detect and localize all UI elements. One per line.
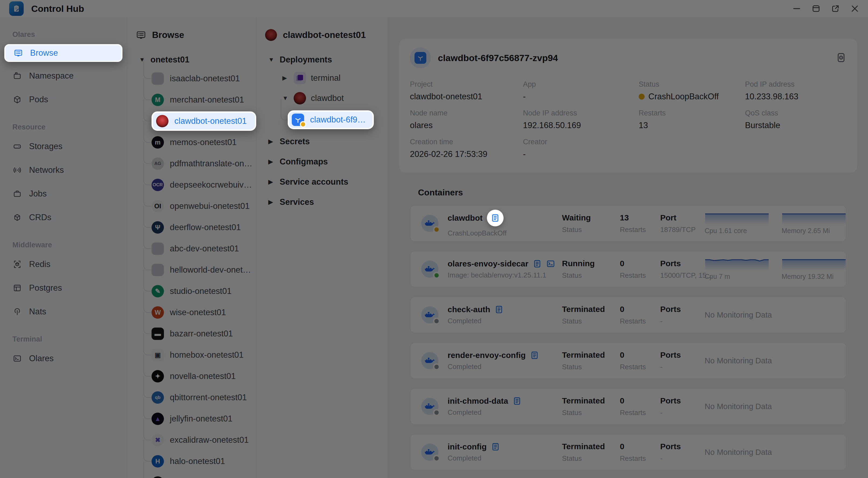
logs-icon[interactable] — [491, 442, 500, 451]
container-row-clawdbot[interactable]: clawdbotCrashLoopBackOffWaitingStatus13R… — [410, 205, 846, 242]
jobs-icon — [12, 189, 22, 199]
app-tree-item-pdfmathtranslate-on-[interactable]: AGpdfmathtranslate-on… — [134, 153, 249, 174]
sidebar-item-namespace[interactable]: Namespace — [4, 64, 122, 88]
app-tree-item-studio-onetest01[interactable]: ✎studio-onetest01 — [134, 281, 249, 302]
tree-node-service-accounts[interactable]: ▶Service accounts — [263, 172, 381, 192]
maximize-icon[interactable] — [810, 3, 822, 14]
tree-node-configmaps[interactable]: ▶Configmaps — [263, 152, 381, 172]
cpu-sparkline: Cpu 7 m — [705, 258, 769, 281]
sidebar-item-jobs[interactable]: Jobs — [4, 182, 122, 205]
container-row-init-config[interactable]: init-configCompletedTerminatedStatus0Res… — [410, 434, 846, 471]
app-icon: ✎ — [152, 285, 164, 297]
app-icon: ✦ — [152, 370, 164, 382]
logs-icon[interactable] — [491, 214, 500, 223]
container-identity: clawdbotCrashLoopBackOff — [447, 210, 562, 237]
container-row-init-chmod-data[interactable]: init-chmod-dataCompletedTerminatedStatus… — [410, 388, 846, 425]
app-label: deerflow-onetest01 — [170, 223, 241, 232]
app-tree-item-halo-onetest01[interactable]: Hhalo-onetest01 — [134, 451, 249, 472]
docker-icon — [421, 444, 438, 461]
app-tree-item-bazarr-onetest01[interactable]: ▬bazarr-onetest01 — [134, 323, 249, 344]
app-tree-item-helloworld-dev-onet-[interactable]: helloworld-dev-onet… — [134, 259, 249, 281]
pod-name: clawdbot-6f97c56877-zvp94 — [438, 53, 558, 63]
storages-icon — [12, 141, 22, 151]
container-ports: Ports15000/TCP, 15... — [660, 259, 705, 280]
container-name: init-chmod-data — [447, 396, 508, 406]
postgres-icon — [12, 283, 22, 293]
app-icon: M — [152, 94, 164, 106]
sidebar-item-crds[interactable]: CRDs — [4, 205, 122, 229]
close-icon[interactable] — [849, 3, 861, 14]
selected-pod-pill[interactable]: clawdbot-6f97c56… — [288, 110, 374, 129]
app-tree-item-excalidraw-onetest01[interactable]: ✖excalidraw-onetest01 — [134, 429, 249, 451]
chevron-down-icon: ▼ — [268, 56, 275, 63]
container-restarts: 0Restarts — [620, 396, 660, 417]
container-status: RunningStatus — [562, 259, 620, 280]
app-tree-item-novella-onetest01[interactable]: ✦novella-onetest01 — [134, 365, 249, 387]
sidebar-item-label: Nats — [29, 307, 46, 317]
sidebar-item-redis[interactable]: Redis — [4, 252, 122, 276]
sidebar-item-browse[interactable]: Browse — [4, 44, 122, 62]
pod-detail-card: clawdbot-6f97c56877-zvp94 Projectclawdbo… — [399, 39, 857, 172]
app-tree-item-deepseekocrwebuiv-[interactable]: OCRdeepseekocrwebuiv… — [134, 174, 249, 195]
container-ports: Ports- — [660, 396, 705, 417]
logs-icon-spotlight[interactable] — [487, 210, 503, 226]
sidebar-item-pods[interactable]: Pods — [4, 88, 122, 111]
logs-icon[interactable] — [530, 351, 539, 360]
selected-app-pill[interactable]: clawdbot-onetest01 — [152, 111, 256, 131]
container-row-check-auth[interactable]: check-authCompletedTerminatedStatus0Rest… — [410, 296, 846, 333]
memory-sparkline: Memory 2.65 Mi — [782, 212, 846, 235]
app-label: merchant-onetest01 — [170, 95, 244, 105]
sidebar-item-storages[interactable]: Storages — [4, 134, 122, 158]
sidebar-item-postgres[interactable]: Postgres — [4, 276, 122, 300]
app-tree-item-abc-dev-onetest01[interactable]: abc-dev-onetest01 — [134, 238, 249, 259]
sidebar-item-networks[interactable]: Networks — [4, 158, 122, 182]
container-row-olares-envoy-sidecar[interactable]: olares-envoy-sidecarImage: beclab/envoy:… — [410, 251, 846, 287]
app-tree-item-memos-onetest01[interactable]: mmemos-onetest01 — [134, 132, 249, 153]
sidebar-item-nats[interactable]: Nats — [4, 300, 122, 323]
tree-root-onetest01[interactable]: ▼ onetest01 — [134, 52, 249, 68]
minimize-icon[interactable] — [791, 3, 802, 14]
app-label: jellyfin-onetest01 — [170, 414, 232, 424]
app-tree-item-openwebui-onetest01[interactable]: OIopenwebui-onetest01 — [134, 195, 249, 217]
no-monitoring-text: No Monitoring Data — [705, 311, 772, 319]
field-creation-time: 2026-02-26 17:53:39 — [410, 149, 523, 159]
container-sub-status: Completed — [447, 317, 561, 325]
logs-icon[interactable] — [513, 396, 522, 406]
pod-logs-icon[interactable] — [836, 52, 846, 64]
app-tree-item-qbittorrent-onetest01[interactable]: qbqbittorrent-onetest01 — [134, 387, 249, 408]
app-tree-item-isaaclab-onetest01[interactable]: isaaclab-onetest01 — [134, 68, 249, 89]
sidebar: OlaresBrowseNamespacePodsResourceStorage… — [0, 17, 127, 478]
tree-node-services[interactable]: ▶Services — [263, 192, 381, 212]
app-tree-item-homebox-onetest01[interactable]: ▣homebox-onetest01 — [134, 344, 249, 365]
open-external-icon[interactable] — [830, 3, 841, 14]
app-label: deepseekocrwebuiv… — [170, 180, 252, 190]
container-name: olares-envoy-sidecar — [447, 259, 528, 268]
logs-icon[interactable] — [494, 305, 503, 314]
chevron-right-icon: ▶ — [268, 179, 275, 186]
app-label: abc-dev-onetest01 — [170, 244, 239, 254]
app-label: helloworld-dev-onet… — [170, 265, 251, 275]
app-tree-item-clawdbot-onetest01[interactable]: clawdbot-onetest01 — [134, 110, 249, 132]
tree-node-secrets[interactable]: ▶Secrets — [263, 131, 381, 152]
container-status-dot — [433, 318, 440, 325]
sidebar-item-olares[interactable]: Olares — [4, 347, 122, 370]
app-tree-item[interactable] — [134, 472, 249, 478]
chevron-right-icon: ▶ — [282, 74, 289, 82]
app-tree-item-deerflow-onetest01[interactable]: Ψdeerflow-onetest01 — [134, 217, 249, 238]
tree-node-terminal[interactable]: ▶ terminal — [263, 68, 381, 88]
app-tree-item-wise-onetest01[interactable]: Wwise-onetest01 — [134, 302, 249, 323]
app-tree-item-merchant-onetest01[interactable]: Mmerchant-onetest01 — [134, 89, 249, 110]
browse-panel-header: Browse — [134, 25, 249, 45]
sidebar-section-label: Resource — [4, 120, 122, 134]
container-sub-status: Completed — [447, 454, 561, 463]
container-row-render-envoy-config[interactable]: render-envoy-configCompletedTerminatedSt… — [410, 342, 846, 379]
logs-icon[interactable] — [533, 259, 542, 268]
exec-icon[interactable] — [546, 259, 555, 268]
container-sub-status: Completed — [447, 408, 561, 417]
docker-icon — [421, 398, 438, 415]
app-tree-item-jellyfin-onetest01[interactable]: ▲jellyfin-onetest01 — [134, 408, 249, 429]
app-icon: W — [152, 306, 164, 319]
tree-node-deployments[interactable]: ▼ Deployments — [263, 52, 381, 68]
sidebar-item-label: Pods — [29, 95, 48, 104]
app-list: isaaclab-onetest01Mmerchant-onetest01cla… — [134, 68, 249, 478]
